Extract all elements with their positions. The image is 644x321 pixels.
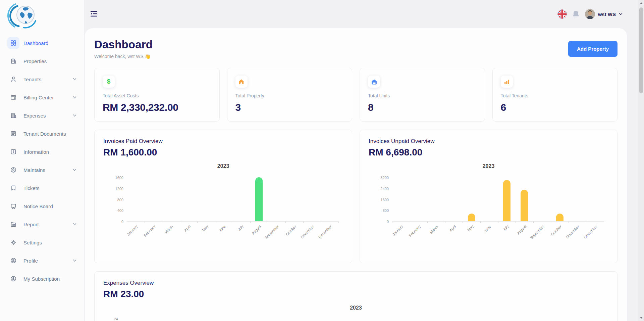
sidebar-item-settings[interactable]: Settings (7, 236, 76, 248)
chevron-down-icon (73, 223, 76, 226)
invoices-unpaid-bar-chart: 0800160024003200JanuaryFebruaryMarchApri… (369, 178, 608, 251)
language-flag-button[interactable] (557, 9, 567, 19)
user-menu[interactable]: wst WS (585, 9, 623, 19)
x-axis-month-label: November (565, 224, 580, 239)
stat-label: Total Property (235, 93, 344, 98)
scrollbar-thumb[interactable] (639, 7, 643, 93)
x-axis-tick (268, 221, 268, 223)
sidebar-item-dashboard[interactable]: Dashboard (7, 37, 76, 49)
x-axis-tick (604, 221, 604, 223)
x-axis-month-label: January (392, 224, 404, 236)
stat-card-total-units: Total Units8 (360, 68, 485, 122)
page-title: Dashboard (94, 38, 153, 51)
gear-icon (7, 236, 19, 248)
scrollbar[interactable] (638, 0, 644, 321)
sidebar-item-label: Properties (23, 58, 47, 64)
sidebar-item-tickets[interactable]: Tickets (7, 182, 76, 194)
bar-july (503, 180, 511, 221)
app-logo (0, 0, 84, 32)
x-axis-month-label: October (285, 224, 297, 236)
x-axis-month-label: September (529, 224, 545, 240)
bar-chart-plot: 0800160024003200JanuaryFebruaryMarchApri… (392, 178, 604, 222)
sidebar-item-label: Profile (23, 258, 38, 264)
x-axis-month-label: February (143, 224, 156, 238)
scroll-up-button[interactable] (638, 0, 644, 6)
chevron-down-icon (619, 13, 623, 15)
info-file-icon (7, 146, 19, 158)
dashboard-icon (7, 37, 19, 49)
x-axis-month-label: May (467, 224, 474, 232)
sidebar-item-report[interactable]: Report (7, 218, 76, 230)
sidebar-item-expenses[interactable]: Expenses (7, 109, 76, 122)
sidebar-item-information[interactable]: Information (7, 146, 76, 158)
x-axis-tick (215, 221, 215, 223)
home-icon (235, 76, 248, 88)
sidebar-item-label: My Subscription (23, 276, 60, 282)
add-property-button[interactable]: Add Property (568, 41, 618, 57)
x-axis-tick (285, 221, 286, 223)
y-axis-tick-label: 400 (117, 209, 123, 213)
invoices-paid-card: Invoices Paid Overview RM 1,600.00 2023 … (94, 130, 352, 263)
invoices-unpaid-amount: RM 6,698.00 (369, 147, 608, 158)
x-axis-month-label: June (483, 224, 492, 233)
y-axis-tick-label: 800 (383, 209, 389, 213)
sidebar-item-properties[interactable]: Properties (7, 55, 76, 67)
y-axis-tick-label: 3200 (381, 176, 389, 180)
chart-year-title: 2023 (103, 163, 343, 169)
sidebar-item-notice-board[interactable]: Notice Board (7, 200, 76, 212)
topbar: wst WS (84, 0, 644, 28)
user-avatar (585, 9, 595, 19)
x-axis-tick (145, 221, 145, 223)
x-axis-month-label: February (408, 224, 422, 238)
x-axis-month-label: September (264, 224, 280, 240)
sidebar-item-label: Dashboard (23, 40, 48, 46)
sidebar-collapse-button[interactable] (88, 8, 100, 20)
bars-icon (501, 76, 513, 88)
sidebar-item-label: Maintains (23, 167, 45, 173)
notifications-bell-icon (572, 10, 580, 18)
sidebar-item-label: Information (23, 149, 49, 155)
sidebar-item-billing-center[interactable]: Billing Center (7, 91, 76, 103)
globe-logo-icon (6, 2, 41, 31)
sidebar-item-tenants[interactable]: Tenants (7, 73, 76, 85)
scroll-down-button[interactable] (638, 315, 644, 321)
x-axis-tick (445, 221, 445, 223)
charts-row: Invoices Paid Overview RM 1,600.00 2023 … (94, 130, 618, 263)
expenses-overview-card: Expenses Overview RM 23.00 2023 24 (94, 271, 618, 321)
x-axis-tick (233, 221, 233, 223)
x-axis-tick (427, 221, 428, 223)
stat-label: Total Units (368, 93, 477, 98)
sidebar-item-maintains[interactable]: Maintains (7, 164, 76, 176)
x-axis-tick (463, 221, 463, 223)
sidebar-item-my-subscription[interactable]: My Subscription (7, 273, 76, 285)
x-axis-tick (392, 221, 392, 223)
sidebar-item-label: Tenants (23, 77, 41, 82)
sidebar-item-profile[interactable]: Profile (7, 255, 76, 267)
x-axis-tick (303, 221, 304, 223)
user-name: wst WS (598, 11, 616, 17)
sidebar-item-label: Expenses (23, 113, 46, 119)
x-axis-month-label: June (218, 224, 226, 233)
x-axis-month-label: August (251, 224, 262, 235)
x-axis-month-label: July (502, 224, 509, 232)
chart-year-title: 2023 (369, 163, 608, 169)
x-axis-tick (533, 221, 534, 223)
invoices-paid-bar-chart: 040080012001600JanuaryFebruaryMarchApril… (103, 178, 343, 251)
sidebar-item-tenant-documents[interactable]: Tenant Documents (7, 128, 76, 140)
sidebar: DashboardPropertiesTenantsBilling Center… (0, 0, 84, 321)
x-axis-month-label: March (164, 224, 174, 234)
bar-august (255, 177, 263, 221)
notifications-bell-button[interactable] (572, 10, 580, 18)
invoices-paid-amount: RM 1,600.00 (103, 147, 343, 158)
chevron-down-icon (73, 78, 76, 81)
sidebar-nav: DashboardPropertiesTenantsBilling Center… (0, 32, 84, 285)
y-axis-tick-label: 1600 (115, 176, 123, 180)
stat-label: Total Asset Costs (103, 93, 211, 98)
x-axis-month-label: October (550, 224, 562, 236)
y-axis-tick-label: 800 (117, 198, 123, 202)
wave-emoji: 👋 (145, 54, 151, 59)
stat-value: 8 (368, 102, 477, 113)
y-axis-tick-label: 24 (114, 317, 118, 321)
x-axis-month-label: May (201, 224, 209, 232)
content-panel: Dashboard Welcome back, wst WS 👋 Add Pro… (85, 28, 627, 321)
